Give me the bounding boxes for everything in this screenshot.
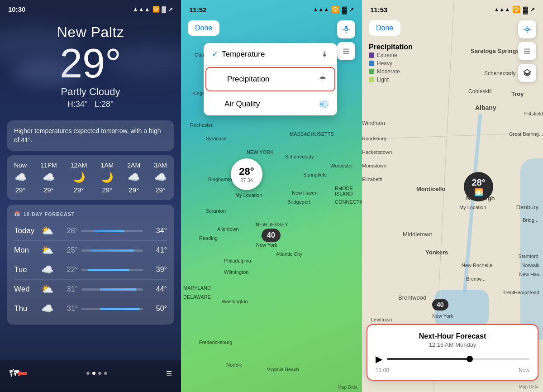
- dot-2: [92, 372, 95, 375]
- status-bar: 10:30 ▲▲▲ 🛜 ▓ ↗: [0, 0, 181, 15]
- bottom-bar: 🗺 ⬅ ≡: [0, 360, 181, 392]
- precip-wifi-icon: 🛜: [512, 5, 521, 14]
- hi-lo: H:34° L:28°: [9, 100, 172, 109]
- next-hour-subtitle: 12:16 AM Monday: [376, 341, 529, 348]
- map-dropdown: ✓ Temperature 🌡 Precipitation ☂ Air Qual…: [204, 43, 337, 115]
- precip-battery-icon: ▓: [523, 6, 528, 14]
- status-time: 10:30: [8, 5, 25, 13]
- map-right-buttons: [337, 20, 355, 60]
- layers-button[interactable]: [337, 42, 355, 60]
- precip-location-button[interactable]: [518, 20, 536, 38]
- done-button[interactable]: Done: [188, 20, 219, 36]
- map-panel: Ottawa Montréal Kingston Rochester Syrac…: [181, 0, 362, 392]
- sunrise-icon: 🌅: [474, 188, 483, 196]
- forecast-wed: Wed ⛅ 31° 44°: [14, 280, 167, 299]
- thermometer-icon: 🌡: [321, 49, 329, 59]
- map-signal-icon: ▲▲▲: [313, 6, 329, 13]
- battery-icon: ▓: [162, 6, 166, 13]
- dot-4: [104, 372, 107, 375]
- forecast-header: 📅 10-DAY FORECAST: [14, 211, 167, 217]
- forecast-tue: Tue ☁️ 22° 39°: [14, 260, 167, 280]
- dropdown-precipitation[interactable]: Precipitation ☂: [206, 68, 334, 91]
- map-location-arrow: ↗: [349, 6, 354, 13]
- page-dots: [86, 372, 107, 375]
- location-arrow-icon: ↗: [168, 6, 173, 13]
- dropdown-temperature[interactable]: ✓ Temperature 🌡: [204, 43, 337, 66]
- precip-header-label: Precipitation: [369, 43, 413, 51]
- location-button[interactable]: [337, 20, 355, 38]
- map-battery-icon: ▓: [342, 6, 347, 14]
- weather-panel: 10:30 ▲▲▲ 🛜 ▓ ↗ New Paltz 29° Partly Clo…: [0, 0, 181, 392]
- weather-alert: Higher temperatures expected tomorrow, w…: [7, 120, 174, 151]
- ny-temp-bubble: 40: [262, 229, 281, 242]
- forecast-section: 📅 10-DAY FORECAST Today ⛅ 28° 34° Mon ⛅ …: [7, 205, 174, 325]
- precip-layers-button[interactable]: [518, 64, 536, 82]
- condition: Partly Cloudy: [9, 86, 172, 98]
- map-status-time: 11:52: [189, 6, 206, 14]
- svg-point-0: [345, 28, 348, 31]
- dropdown-air-quality[interactable]: Air Quality 💨: [204, 93, 337, 115]
- play-button[interactable]: ▶: [376, 354, 382, 364]
- legend-light: Light: [369, 76, 400, 83]
- time-labels: 11:00 Now: [376, 367, 529, 373]
- next-hour-card: Next-Hour Forecast 12:16 AM Monday ▶ 11:…: [367, 324, 538, 381]
- forecast-today: Today ⛅ 28° 34°: [14, 221, 167, 241]
- my-location-label: My Location: [235, 192, 262, 198]
- hour-11pm: 11PM ☁️ 29°: [40, 162, 57, 194]
- time-start: 11:00: [376, 367, 389, 373]
- svg-point-4: [526, 28, 529, 31]
- umbrella-icon: ☂: [319, 74, 326, 84]
- map-icon-group[interactable]: 🗺 ⬅: [9, 366, 27, 381]
- dot-3: [98, 372, 101, 375]
- hour-12am: 12AM 🌙 29°: [71, 162, 87, 194]
- ny-label: New York: [256, 242, 277, 248]
- precip-ny-temp: 40: [432, 299, 448, 311]
- my-location-bubble[interactable]: 28° 27 34: [231, 158, 262, 190]
- hour-now: Now ☁️ 29°: [14, 162, 27, 194]
- precip-done-button[interactable]: Done: [369, 20, 400, 36]
- air-quality-icon: 💨: [319, 99, 329, 109]
- precip-my-location-label: My Location: [459, 205, 486, 210]
- time-end: Now: [519, 367, 529, 373]
- precip-my-location-circle[interactable]: 28° 🌅: [464, 172, 493, 201]
- precip-panel: Saratoga Springs Schenectady Cobleskill …: [362, 0, 543, 392]
- hourly-section: Now ☁️ 29° 11PM ☁️ 29° 12AM 🌙 29° 1AM 🌙 …: [7, 155, 174, 200]
- dropdown-precipitation-wrapper: Precipitation ☂: [205, 67, 335, 91]
- hour-2am: 2AM ☁️ 29°: [127, 162, 140, 194]
- precip-list-button[interactable]: [518, 42, 536, 60]
- precip-location-arrow: ↗: [530, 6, 535, 13]
- map-status-bar: 11:52 ▲▲▲ 🛜 ▓ ↗: [181, 0, 362, 15]
- signal-icon: ▲▲▲: [133, 6, 150, 13]
- dot-1: [86, 372, 90, 375]
- progress-fill: [387, 358, 472, 360]
- forecast-mon: Mon ⛅ 25° 41°: [14, 241, 167, 260]
- precip-map-data-label: Map Data: [519, 384, 538, 389]
- precip-status-time: 11:53: [370, 6, 387, 14]
- forecast-thu: Thu ☁️ 31° 50°: [14, 299, 167, 318]
- map-wifi-icon: 🛜: [331, 5, 340, 14]
- hour-1am: 1AM 🌙 29°: [100, 162, 114, 194]
- hourly-row: Now ☁️ 29° 11PM ☁️ 29° 12AM 🌙 29° 1AM 🌙 …: [14, 162, 167, 194]
- next-hour-title: Next-Hour Forecast: [376, 332, 529, 340]
- progress-bar[interactable]: [387, 358, 529, 360]
- arrow-indicator: ⬅: [17, 366, 27, 381]
- legend-heavy: Heavy: [369, 60, 400, 67]
- ny-location-label: New York: [432, 313, 453, 319]
- legend-moderate: Moderate: [369, 68, 400, 75]
- my-location-temp: 28°: [239, 166, 254, 177]
- precip-right-buttons: [518, 20, 536, 82]
- list-icon[interactable]: ≡: [166, 368, 172, 379]
- legend-extreme: Extreme: [369, 52, 400, 58]
- precip-legend: Extreme Heavy Moderate Light: [369, 52, 400, 85]
- playback-row: ▶: [376, 354, 529, 364]
- progress-thumb: [467, 356, 473, 362]
- precip-signal-icon: ▲▲▲: [494, 6, 510, 13]
- hour-3am: 3AM ☁️ 29°: [154, 162, 167, 194]
- wifi-icon: 🛜: [152, 6, 160, 13]
- status-icons: ▲▲▲ 🛜 ▓ ↗: [133, 6, 173, 13]
- map-data-label: Map Data: [338, 385, 357, 390]
- checkmark-icon: ✓: [212, 49, 218, 59]
- calendar-icon: 📅: [14, 211, 21, 217]
- precip-status-bar: 11:53 ▲▲▲ 🛜 ▓ ↗: [362, 0, 543, 15]
